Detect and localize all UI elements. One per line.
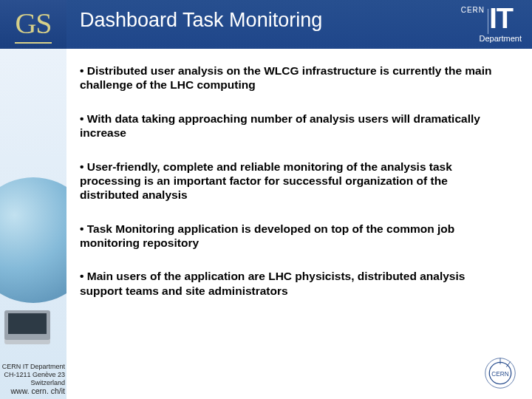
department-text: Department [480,34,522,43]
svg-text:CERN: CERN [491,371,508,378]
title-bar: GS Dashboard Task Monitoring CERN IT Dep… [0,0,532,49]
footer-line: Switzerland [0,379,65,387]
footer-url: www. cern. ch/it [0,386,65,396]
globe-graphic [0,177,66,303]
bullet-item: • User-friendly, complete and reliable m… [80,160,508,202]
it-unit-text: IT [489,3,513,35]
slide-title: Dashboard Task Monitoring [80,9,322,32]
gs-logo: GS [0,0,66,49]
cern-it-logo: CERN IT Department [426,4,522,44]
cern-brand-text: CERN [461,6,485,14]
footer-line: CH-1211 Genève 23 [0,371,65,379]
bullet-item: • With data taking approaching number of… [80,112,508,140]
gs-logo-text: GS [15,6,51,44]
slide: GS Dashboard Task Monitoring CERN IT Dep… [0,0,532,399]
laptop-graphic [4,310,50,340]
logo-separator [488,9,488,34]
bullet-item: • Task Monitoring application is develop… [80,222,508,250]
left-decoration-column [0,0,66,399]
cern-ring-logo-icon: CERN [483,356,517,390]
bullet-item: • Main users of the application are LHC … [80,269,508,298]
bullet-item: • Distributed user analysis on the WLCG … [80,64,508,92]
footer-address: CERN IT Department CH-1211 Genève 23 Swi… [0,363,66,396]
footer-line: CERN IT Department [0,363,65,371]
slide-body: • Distributed user analysis on the WLCG … [80,64,508,317]
